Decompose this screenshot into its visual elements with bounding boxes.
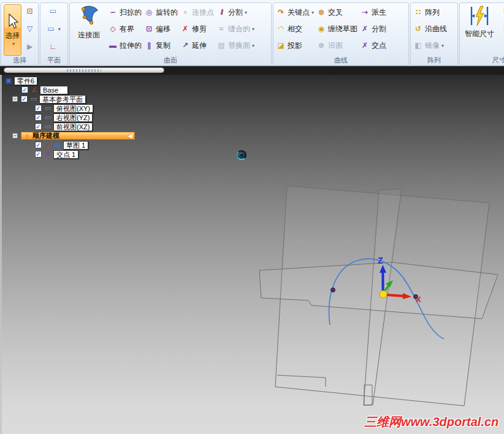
ribbon-item-pattern[interactable]: ∷ 阵列 (413, 5, 447, 20)
item-label: 缠绕草图 (328, 24, 357, 34)
tree-item-intersection-point-label[interactable]: 交点 1 (53, 150, 78, 159)
checkbox-front-view[interactable]: ✓ (35, 123, 42, 130)
tree-item-right-view[interactable]: ✓ ▭ 右视图(YZ) (0, 113, 184, 122)
coordinate-axes-icon: ∟ (48, 42, 58, 51)
select-button[interactable]: 选择 ▾ (4, 4, 21, 56)
tree-item-sketch-label[interactable]: 草图 1 (63, 141, 88, 150)
ribbon-item-cross[interactable]: ⊗ 交叉 (316, 5, 357, 20)
connect-point-icon: ∘ (180, 8, 190, 17)
ribbon-item-extend[interactable]: ↗ 延伸 (180, 38, 214, 53)
watermark: 三维网www.3dportal.cn (364, 414, 498, 430)
ribbon-item-copy[interactable]: ∥ 复制 (144, 38, 178, 53)
tree-item-ref-planes-label[interactable]: 基本参考平面 (39, 95, 86, 104)
ribbon-item-connect-point[interactable]: ∘ 连接点 (180, 5, 214, 20)
tree-item-base[interactable]: ✓ ∠ Base (0, 85, 184, 94)
tree-item-part-label[interactable]: 零件6 (14, 77, 37, 85)
tree-item-ref-planes[interactable]: − ✓ ▭ 基本参考平面 (0, 94, 184, 104)
ribbon-item-keypoints[interactable]: ↷ 关键点 ▾ (276, 5, 314, 20)
item-label: 缝合的 (228, 24, 250, 34)
split-icon: // (216, 8, 226, 17)
scrollbar-thumb[interactable] (4, 67, 164, 73)
ribbon-item-derive[interactable]: ⇢ 派生 (360, 5, 386, 20)
selection-filter-button[interactable]: ▽ (25, 22, 37, 36)
ribbon-item-along-face[interactable]: ⊛ 沿面 (316, 38, 357, 53)
smart-dimension-button[interactable]: 智能尺寸 (462, 4, 497, 39)
checkbox-top-view[interactable]: ✓ (35, 105, 42, 112)
tree-item-sketch[interactable]: ✓ ╱ ▨ 草图 1 (0, 140, 184, 150)
origin-point[interactable] (380, 291, 387, 298)
plane-by-points-button[interactable]: ▭ ▾ (48, 22, 60, 36)
item-label: 镜像 (425, 40, 440, 51)
tree-item-front-view[interactable]: ✓ ▭ 前视图(XZ) (0, 122, 184, 131)
tree-item-base-label[interactable]: Base (40, 86, 68, 94)
ribbon-item-sew[interactable]: ≈ 缝合的 ▾ (216, 21, 254, 36)
rect-select-icon: ⊡ (25, 7, 35, 15)
item-label: 沿面 (328, 40, 343, 51)
ribbon-item-intersection-point[interactable]: ✗ 交点 (360, 38, 386, 53)
tree-item-top-view-label[interactable]: 俯视图(XY) (53, 104, 93, 113)
ribbon-group-plane: ▭ ▭ ▾ ∟ 平面 (40, 2, 68, 66)
checkbox-sketch[interactable]: ✓ (35, 142, 42, 148)
plane-button[interactable]: ▭ (48, 4, 60, 18)
collapse-icon[interactable]: − (12, 96, 18, 102)
ribbon-item-sweep[interactable]: ∽ 扫掠的 (108, 5, 142, 20)
item-label: 关键点 (288, 7, 310, 18)
checkbox-right-view[interactable]: ✓ (35, 114, 42, 121)
tree-item-ordered-modeling[interactable]: − ↕ 顺序建模 ◀ (0, 131, 184, 140)
rect-select-button[interactable]: ⊡ (25, 4, 37, 18)
chevron-down-icon: ▾ (58, 26, 61, 32)
plane-icon: ▭ (44, 113, 52, 121)
ribbon-item-split-surface[interactable]: // 分割 ▾ (216, 5, 254, 20)
checkbox-ref-planes[interactable]: ✓ (21, 96, 28, 102)
group-label-surface: 曲面 (70, 56, 271, 65)
ribbon-item-mirror[interactable]: ◧ 镜像 ▾ (413, 38, 447, 53)
item-label: 派生 (372, 7, 386, 18)
ribbon-item-wrap-sketch[interactable]: ◉ 缠绕草图 (316, 21, 357, 36)
select-mode-button[interactable]: ▶ (25, 40, 37, 53)
collapse-left-arrow-icon[interactable]: ◀ (128, 133, 132, 139)
sketch-icon: ▨ (53, 141, 62, 149)
ordered-modeling-bar[interactable]: ↕ 顺序建模 ◀ (21, 132, 135, 140)
ribbon-item-trim[interactable]: ✗ 修剪 (180, 21, 214, 36)
chevron-down-icon: ▾ (252, 43, 254, 48)
group-label-pattern: 阵列 (411, 56, 457, 65)
project-icon: ◪ (276, 41, 286, 50)
ribbon-item-along-curve[interactable]: ↺ 沿曲线 (413, 21, 447, 36)
collapse-icon[interactable]: − (12, 133, 18, 139)
ribbon-item-intersect[interactable]: ◠ 相交 (276, 21, 314, 36)
ribbon-item-bounded[interactable]: ◇ 有界 (108, 21, 142, 36)
tree-item-top-view[interactable]: ✓ ▭ 俯视图(XY) (0, 104, 184, 113)
split-curve-icon: ✗ (360, 25, 370, 33)
ribbon-item-split-curve[interactable]: ✗ 分割 (360, 21, 386, 36)
tree-item-part[interactable]: ▣ 零件6 (0, 76, 184, 85)
revolve-icon: ◎ (144, 8, 154, 17)
checkbox-base[interactable]: ✓ (21, 86, 28, 93)
ribbon-item-replace-face[interactable]: ▤ 替换面 ▾ (216, 38, 254, 53)
bounded-icon: ◇ (108, 25, 118, 33)
curve-keypoint-left[interactable] (331, 288, 335, 292)
chevron-down-icon: ▾ (245, 10, 247, 15)
coordinate-system-button[interactable]: ∟ (48, 40, 60, 53)
checkbox-intersection-point[interactable]: ✓ (35, 151, 42, 158)
item-label: 连接点 (192, 7, 214, 18)
dimension-partial-button-1[interactable]: ⊢ (502, 4, 504, 18)
dimension-partial-button-2[interactable]: ⊢ (502, 22, 504, 36)
cursor-arrow-icon (6, 13, 20, 29)
scrollbar-track[interactable] (0, 66, 504, 75)
ribbon-item-revolve[interactable]: ◎ 旋转的 (144, 5, 178, 20)
derive-icon: ⇢ (360, 8, 370, 17)
item-label: 交叉 (328, 7, 343, 18)
ribbon-item-offset[interactable]: ⊡ 偏移 (144, 21, 178, 36)
intersection-point-icon: ✗ (360, 41, 370, 50)
ribbon-item-project[interactable]: ◪ 投影 (276, 38, 314, 53)
tree-item-front-view-label[interactable]: 前视图(XZ) (53, 123, 93, 131)
connect-face-button[interactable]: 连接面 (72, 4, 105, 40)
tree-item-intersection-point[interactable]: ✓ ✗ 交点 1 (0, 150, 184, 159)
chevron-down-icon: ▾ (252, 26, 254, 32)
dimension-partial-button-3[interactable]: ⊣ (502, 40, 504, 53)
extrude-icon: ▬ (108, 41, 118, 50)
viewport-3d[interactable]: Z X ▣ 零件6 ✓ ∠ Base − ✓ ▭ 基本参考平面 ✓ (0, 75, 504, 434)
connect-face-icon (78, 4, 99, 29)
tree-item-right-view-label[interactable]: 右视图(YZ) (53, 113, 93, 122)
ribbon-item-extrude[interactable]: ▬ 拉伸的 (108, 38, 142, 53)
